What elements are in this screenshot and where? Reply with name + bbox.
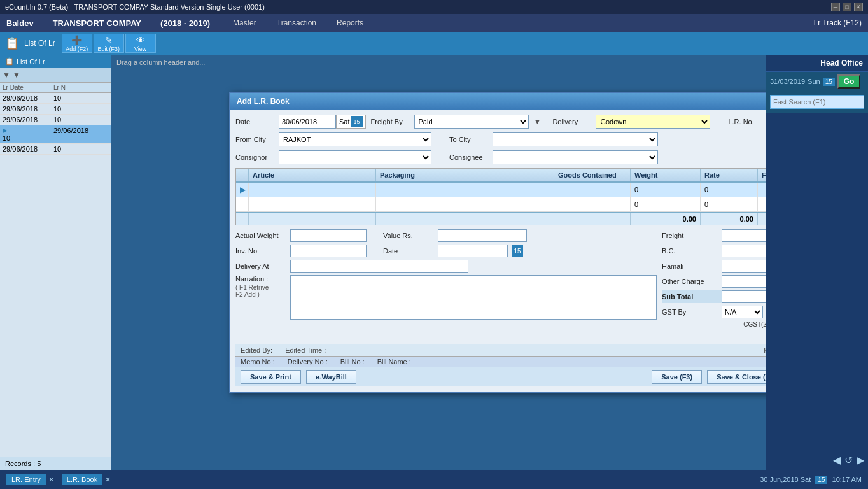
- freight-by-select[interactable]: Paid: [414, 115, 529, 129]
- row-lr: 10: [3, 134, 53, 142]
- delivery-at-input[interactable]: [290, 260, 468, 273]
- fast-search-input[interactable]: [770, 95, 864, 109]
- sidebar-rows: 29/06/2018 10 29/06/2018 10 29/06/2018 1…: [0, 93, 111, 457]
- rate-input[interactable]: [704, 186, 753, 194]
- eway-bill-button[interactable]: e-WayBill: [306, 370, 356, 384]
- row1-goods[interactable]: [554, 183, 631, 197]
- inv-no-input[interactable]: [290, 244, 367, 257]
- consignee-select[interactable]: [493, 150, 658, 164]
- calendar-icon[interactable]: 15: [351, 116, 363, 127]
- hamali-input[interactable]: [722, 260, 766, 273]
- right-search-area: [766, 91, 868, 113]
- list-item[interactable]: 29/06/2018 10: [0, 144, 111, 155]
- view-button[interactable]: 👁 View: [125, 34, 156, 53]
- row1-rate[interactable]: [701, 183, 758, 197]
- table-row[interactable]: ▶: [236, 183, 766, 197]
- save-print-button[interactable]: Save & Print: [241, 370, 301, 384]
- freight-input[interactable]: [722, 229, 766, 242]
- packaging-input[interactable]: [380, 186, 550, 194]
- lr-track-btn[interactable]: Lr Track (F12): [814, 18, 862, 27]
- total-empty: [236, 213, 249, 225]
- actual-weight-input[interactable]: [290, 229, 367, 242]
- menu-transaction[interactable]: Transaction: [273, 17, 320, 29]
- title-bar: eCount.In 0.7 (Beta) - TRANSPORT COMPAY …: [0, 0, 868, 14]
- list-item[interactable]: ▶ 29/06/2018 10: [0, 125, 111, 144]
- row1-freight-on[interactable]: [758, 183, 766, 197]
- row1-arrow: ▶: [236, 183, 249, 197]
- status-left: LR. Entry ✕ L.R. Book ✕: [6, 474, 111, 485]
- list-item[interactable]: 29/06/2018 10: [0, 115, 111, 125]
- goods-input[interactable]: [558, 186, 626, 194]
- weight-input-2[interactable]: [634, 201, 696, 208]
- form-row-3: Consignor Consignee: [235, 150, 766, 164]
- right-panel-icons: ◀ ↺ ▶: [766, 450, 868, 470]
- freight-dropdown-icon[interactable]: ▼: [534, 117, 542, 126]
- narration-label-group: Narration : ( F1 RetriveF2 Add ): [235, 275, 286, 298]
- row2-packaging[interactable]: [376, 197, 554, 211]
- maximize-btn[interactable]: □: [843, 3, 851, 11]
- minimize-btn[interactable]: ─: [831, 3, 840, 11]
- add-button[interactable]: ➕ Add (F2): [62, 34, 92, 53]
- grid-header: Article Packaging Goods Contained Weight…: [236, 169, 766, 183]
- gst-dropdown-icon[interactable]: ▼: [766, 309, 766, 316]
- row1-packaging[interactable]: [376, 183, 554, 197]
- inv-cal-icon[interactable]: 15: [512, 245, 523, 257]
- rate-input-2[interactable]: [704, 201, 753, 208]
- row-arrow: ▶: [3, 127, 53, 134]
- row2-freight-on[interactable]: [758, 197, 766, 211]
- row-lr: 10: [53, 145, 85, 153]
- narration-textarea[interactable]: [290, 275, 657, 320]
- cgst-sgst-row: CGST(2.5%) 0.0 SGST(2.5%) 0.0: [662, 321, 766, 328]
- date-input[interactable]: [279, 115, 336, 129]
- freight-on-input-2[interactable]: [762, 201, 766, 208]
- memo-no-label: Memo No :: [241, 358, 275, 365]
- lr-entry-btn[interactable]: LR. Entry: [6, 474, 46, 485]
- other-charge-input[interactable]: [722, 275, 766, 288]
- head-office-label: Head Office: [766, 55, 868, 72]
- total-empty4: [554, 213, 631, 225]
- bc-input[interactable]: [722, 244, 766, 257]
- inv-no-label: Inv. No.: [235, 247, 286, 255]
- lr-entry-close[interactable]: ✕: [48, 476, 54, 484]
- add-lr-dialog: Add L.R. Book ✕ Date Sat 15: [229, 92, 766, 393]
- lr-book-close[interactable]: ✕: [105, 476, 111, 484]
- window-controls[interactable]: ─ □ ✕: [831, 3, 863, 11]
- goods-input-2[interactable]: [558, 201, 626, 208]
- row2-rate[interactable]: [701, 197, 758, 211]
- row2-article[interactable]: [249, 197, 376, 211]
- freight-on-input[interactable]: [762, 186, 766, 194]
- close-btn[interactable]: ✕: [854, 3, 863, 11]
- go-button[interactable]: Go: [837, 74, 861, 89]
- col-sel: [236, 169, 249, 181]
- edit-button[interactable]: ✎ Edit (F3): [94, 34, 124, 53]
- row2-weight[interactable]: [631, 197, 701, 211]
- list-item[interactable]: 29/06/2018 10: [0, 93, 111, 104]
- lr-book-btn[interactable]: L.R. Book: [62, 474, 102, 485]
- menu-reports[interactable]: Reports: [333, 17, 367, 29]
- gst-by-select[interactable]: N/A: [722, 306, 763, 318]
- nav-right-icon[interactable]: ▶: [857, 454, 864, 466]
- list-item[interactable]: 29/06/2018 10: [0, 104, 111, 115]
- subtotal-input[interactable]: [722, 290, 766, 303]
- article-input[interactable]: [253, 186, 372, 194]
- row2-goods[interactable]: [554, 197, 631, 211]
- from-city-select[interactable]: RAJKOT: [279, 132, 431, 146]
- col-freight-on: Freight On: [758, 169, 766, 181]
- article-input-2[interactable]: [253, 201, 372, 208]
- to-city-select[interactable]: [493, 132, 658, 146]
- row1-article[interactable]: [249, 183, 376, 197]
- row1-weight[interactable]: [631, 183, 701, 197]
- inv-date-input[interactable]: [438, 244, 508, 257]
- delivery-select[interactable]: Godown: [596, 115, 710, 129]
- consignor-select[interactable]: [279, 150, 431, 164]
- refresh-icon[interactable]: ↺: [844, 454, 853, 466]
- packaging-input-2[interactable]: [380, 201, 550, 208]
- save-button[interactable]: Save (F3): [652, 370, 702, 384]
- edit-icon: ✎: [105, 35, 113, 45]
- nav-left-icon[interactable]: ◀: [833, 454, 841, 466]
- weight-input[interactable]: [634, 186, 696, 194]
- save-close-button[interactable]: Save & Close (F4): [707, 370, 766, 384]
- menu-master[interactable]: Master: [229, 17, 260, 29]
- table-row[interactable]: [236, 197, 766, 212]
- value-rs-input[interactable]: [438, 229, 527, 242]
